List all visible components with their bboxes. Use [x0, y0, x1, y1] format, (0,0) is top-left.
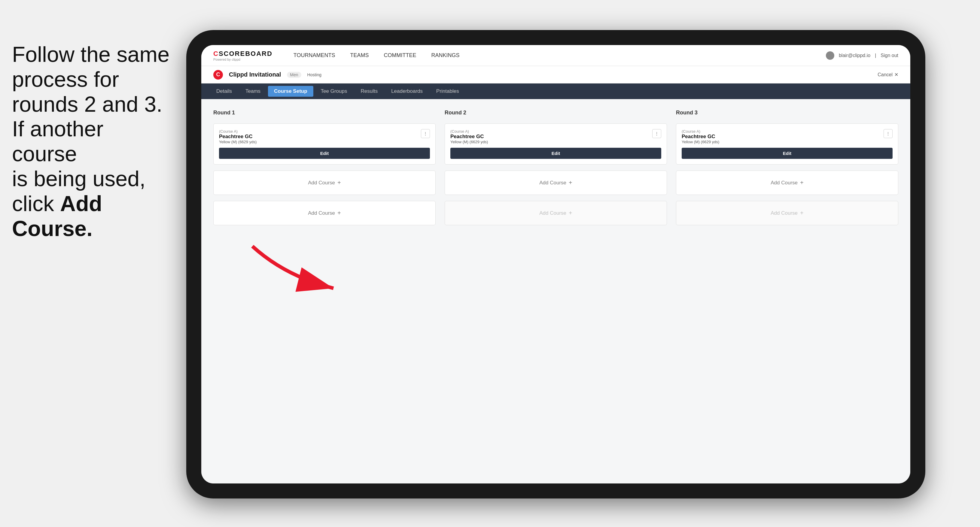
hosting-badge: Hosting — [307, 72, 321, 77]
plus-icon-6: + — [800, 210, 803, 216]
course-info: (Course A) Peachtree GC Yellow (M) (6629… — [219, 129, 256, 144]
tab-details[interactable]: Details — [210, 86, 238, 97]
course-info-2: (Course A) Peachtree GC Yellow (M) (6629… — [450, 129, 488, 144]
round-3-title: Round 3 — [676, 110, 898, 116]
course-label-2: (Course A) — [450, 129, 488, 133]
course-card-header-2: (Course A) Peachtree GC Yellow (M) (6629… — [450, 129, 661, 144]
logo-sub-text: Powered by clippd — [213, 58, 272, 61]
tab-leaderboards[interactable]: Leaderboards — [385, 86, 429, 97]
tab-course-setup[interactable]: Course Setup — [268, 86, 313, 97]
logo-main-text: CSCOREBOARD — [213, 50, 272, 58]
round-2-edit-button[interactable]: Edit — [450, 148, 661, 159]
round-2-add-course-2: Add Course + — [445, 201, 667, 225]
plus-icon: + — [337, 179, 341, 186]
cancel-button[interactable]: Cancel ✕ — [878, 72, 898, 78]
sub-tabs-bar: Details Teams Course Setup Tee Groups Re… — [201, 84, 910, 99]
nav-rankings[interactable]: RANKINGS — [431, 51, 460, 60]
tab-results[interactable]: Results — [355, 86, 383, 97]
course-name-2: Peachtree GC — [450, 133, 488, 140]
course-detail-2: Yellow (M) (6629 yds) — [450, 140, 488, 144]
tournament-name: Clippd Invitational — [229, 71, 281, 78]
round-1-column: Round 1 (Course A) Peachtree GC Yellow (… — [213, 110, 436, 225]
plus-icon-4: + — [569, 210, 572, 216]
course-card-header-3: (Course A) Peachtree GC Yellow (M) (6629… — [682, 129, 892, 144]
round-3-course-card: (Course A) Peachtree GC Yellow (M) (6629… — [676, 124, 898, 165]
plus-icon-2: + — [337, 210, 341, 216]
instruction-text: Follow the same process for rounds 2 and… — [0, 42, 186, 241]
nav-committee[interactable]: COMMITTEE — [384, 51, 417, 60]
round-3-edit-button[interactable]: Edit — [682, 148, 892, 159]
top-navigation: CSCOREBOARD Powered by clippd TOURNAMENT… — [201, 45, 910, 66]
plus-icon-5: + — [800, 179, 803, 186]
round-3-column: Round 3 (Course A) Peachtree GC Yellow (… — [676, 110, 898, 225]
course-card-header: (Course A) Peachtree GC Yellow (M) (6629… — [219, 129, 430, 144]
tab-tee-groups[interactable]: Tee Groups — [315, 86, 353, 97]
rounds-grid: Round 1 (Course A) Peachtree GC Yellow (… — [213, 110, 898, 225]
top-nav-right: blair@clippd.io | Sign out — [826, 51, 898, 60]
course-label-3: (Course A) — [682, 129, 719, 133]
user-avatar — [826, 51, 834, 60]
course-detail: Yellow (M) (6629 yds) — [219, 140, 256, 144]
tab-printables[interactable]: Printables — [430, 86, 465, 97]
tournament-bar: C Clippd Invitational Men Hosting Cancel… — [201, 66, 910, 84]
tournament-logo: C — [213, 70, 223, 79]
nav-teams[interactable]: TEAMS — [350, 51, 369, 60]
scoreboard-logo: CSCOREBOARD Powered by clippd — [213, 50, 272, 61]
round-2-course-card: (Course A) Peachtree GC Yellow (M) (6629… — [445, 124, 667, 165]
tablet-screen: CSCOREBOARD Powered by clippd TOURNAMENT… — [201, 45, 910, 483]
course-info-3: (Course A) Peachtree GC Yellow (M) (6629… — [682, 129, 719, 144]
course-detail-3: Yellow (M) (6629 yds) — [682, 140, 719, 144]
round-1-add-course-2[interactable]: Add Course + — [213, 201, 436, 225]
tournament-badge: Men — [287, 72, 301, 78]
user-email: blair@clippd.io — [839, 53, 870, 58]
course-label: (Course A) — [219, 129, 256, 133]
course-name-3: Peachtree GC — [682, 133, 719, 140]
round-1-add-course-1[interactable]: Add Course + — [213, 171, 436, 195]
round-1-title: Round 1 — [213, 110, 436, 116]
tab-teams[interactable]: Teams — [239, 86, 266, 97]
sign-out-link[interactable]: Sign out — [881, 53, 898, 58]
nav-tournaments[interactable]: TOURNAMENTS — [294, 51, 335, 60]
main-content: Round 1 (Course A) Peachtree GC Yellow (… — [201, 99, 910, 483]
round-3-add-course-2: Add Course + — [676, 201, 898, 225]
plus-icon-3: + — [569, 179, 572, 186]
round-3-add-course-1[interactable]: Add Course + — [676, 171, 898, 195]
round-1-course-card: (Course A) Peachtree GC Yellow (M) (6629… — [213, 124, 436, 165]
course-options-button[interactable]: ⋮ — [421, 129, 430, 138]
nav-separator: | — [875, 53, 876, 58]
tablet-device: CSCOREBOARD Powered by clippd TOURNAMENT… — [186, 30, 925, 498]
round-2-add-course-1[interactable]: Add Course + — [445, 171, 667, 195]
logo-c-letter: C — [213, 50, 219, 57]
course-options-button-2[interactable]: ⋮ — [652, 129, 661, 138]
round-2-column: Round 2 (Course A) Peachtree GC Yellow (… — [445, 110, 667, 225]
course-options-button-3[interactable]: ⋮ — [884, 129, 892, 138]
round-2-title: Round 2 — [445, 110, 667, 116]
round-1-edit-button[interactable]: Edit — [219, 148, 430, 159]
course-name: Peachtree GC — [219, 133, 256, 140]
